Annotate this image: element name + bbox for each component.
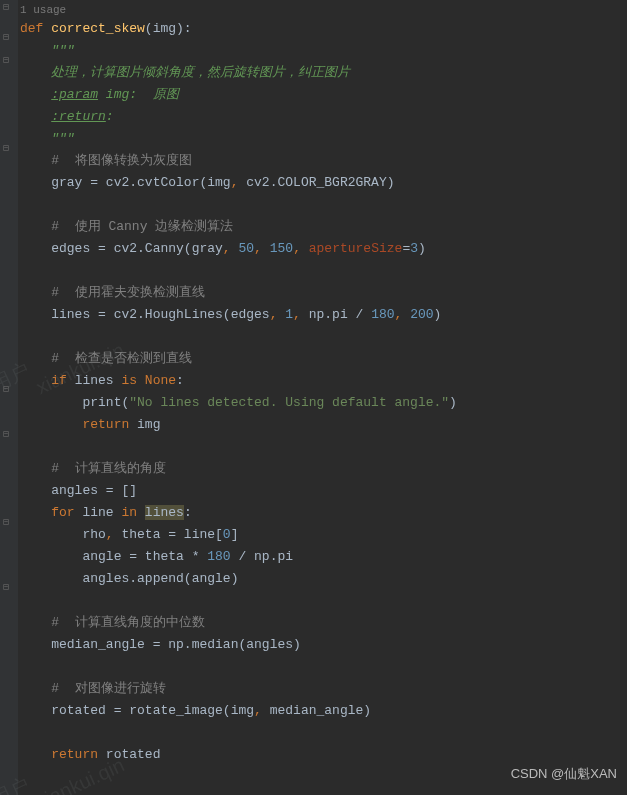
credit-text: CSDN @仙魁XAN xyxy=(511,763,617,785)
code-line: rho, theta = line[0] xyxy=(20,524,627,546)
code-line xyxy=(20,194,627,216)
code-line: # 将图像转换为灰度图 xyxy=(20,150,627,172)
fold-mark[interactable]: ⊟ xyxy=(3,3,13,13)
code-line: :param img: 原图 xyxy=(20,84,627,106)
code-line: angles = [] xyxy=(20,480,627,502)
fold-mark[interactable]: ⊟ xyxy=(3,144,13,154)
code-line xyxy=(20,722,627,744)
code-line xyxy=(20,436,627,458)
code-line: """ xyxy=(20,128,627,150)
gutter: ⊟ ⊟ ⊟ ⊟ ⊟ ⊟ ⊟ ⊟ xyxy=(0,0,18,795)
code-line: angles.append(angle) xyxy=(20,568,627,590)
code-line: edges = cv2.Canny(gray, 50, 150, apertur… xyxy=(20,238,627,260)
code-line xyxy=(20,656,627,678)
fold-mark[interactable]: ⊟ xyxy=(3,33,13,43)
fold-mark[interactable]: ⊟ xyxy=(3,385,13,395)
code-line: 处理，计算图片倾斜角度，然后旋转图片，纠正图片 xyxy=(20,62,627,84)
code-line: rotated = rotate_image(img, median_angle… xyxy=(20,700,627,722)
fold-mark[interactable]: ⊟ xyxy=(3,583,13,593)
code-line: print("No lines detected. Using default … xyxy=(20,392,627,414)
code-line: # 计算直线的角度 xyxy=(20,458,627,480)
fold-mark[interactable]: ⊟ xyxy=(3,518,13,528)
code-line: def correct_skew(img): xyxy=(20,18,627,40)
code-line: # 使用霍夫变换检测直线 xyxy=(20,282,627,304)
code-line: # 计算直线角度的中位数 xyxy=(20,612,627,634)
code-line: # 使用 Canny 边缘检测算法 xyxy=(20,216,627,238)
code-line: :return: xyxy=(20,106,627,128)
code-line: lines = cv2.HoughLines(edges, 1, np.pi /… xyxy=(20,304,627,326)
code-line xyxy=(20,590,627,612)
code-line: # 检查是否检测到直线 xyxy=(20,348,627,370)
code-line: angle = theta * 180 / np.pi xyxy=(20,546,627,568)
code-line: if lines is None: xyxy=(20,370,627,392)
code-line: """ xyxy=(20,40,627,62)
code-line: for line in lines: xyxy=(20,502,627,524)
code-line xyxy=(20,260,627,282)
code-line: return img xyxy=(20,414,627,436)
usage-hint[interactable]: 1 usage xyxy=(20,2,627,18)
code-editor[interactable]: 1 usage def correct_skew(img): """ 处理，计算… xyxy=(18,0,627,766)
code-line: gray = cv2.cvtColor(img, cv2.COLOR_BGR2G… xyxy=(20,172,627,194)
code-line: median_angle = np.median(angles) xyxy=(20,634,627,656)
code-line xyxy=(20,326,627,348)
fold-mark[interactable]: ⊟ xyxy=(3,56,13,66)
code-line: # 对图像进行旋转 xyxy=(20,678,627,700)
fold-mark[interactable]: ⊟ xyxy=(3,430,13,440)
